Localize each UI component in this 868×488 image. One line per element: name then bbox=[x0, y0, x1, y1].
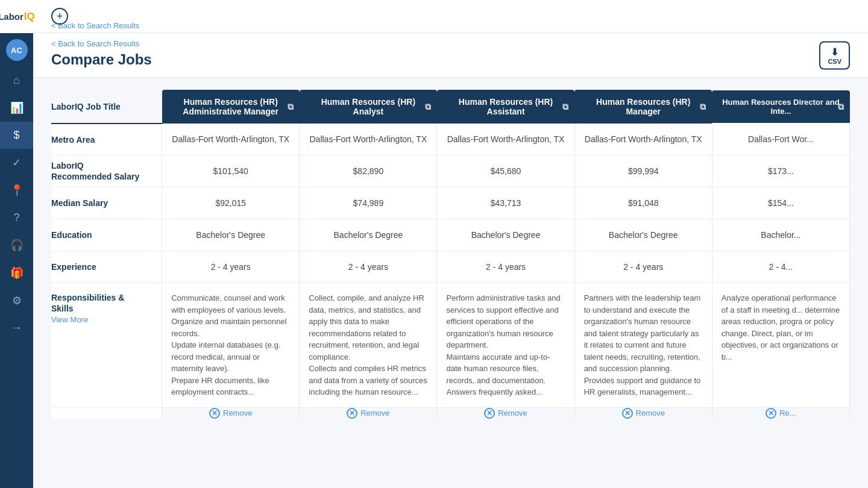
job1-remove-cell: ✕ Remove bbox=[162, 407, 300, 419]
job2-title: Human Resources (HR) Analyst bbox=[321, 97, 415, 116]
job1-header-cell: Human Resources (HR) Administrative Mana… bbox=[162, 90, 300, 124]
logout-icon[interactable]: → bbox=[0, 314, 33, 342]
job2-header: Human Resources (HR) Analyst ⧉ bbox=[300, 90, 437, 124]
job5-header-cell: Human Resources Director and Inte... ⧉ bbox=[712, 90, 849, 124]
job4-title: Human Resources (HR) Manager bbox=[596, 97, 690, 116]
job1-resp: Communicate, counsel and work with emplo… bbox=[162, 283, 300, 408]
job1-title: Human Resources (HR) Administrative Mana… bbox=[183, 97, 278, 116]
median-salary-row: Median Salary $92,015 $74,989 $43,713 $9… bbox=[51, 187, 850, 219]
csv-icon: ⬇ bbox=[831, 46, 838, 57]
job2-edu: Bachelor's Degree bbox=[300, 219, 437, 251]
job1-metro: Dallas-Fort Worth-Arlington, TX bbox=[162, 124, 300, 155]
responsibilities-row: Responsibilities & Skills View More Comm… bbox=[51, 283, 850, 408]
job2-metro: Dallas-Fort Worth-Arlington, TX bbox=[300, 124, 437, 155]
topbar: + < Back to Search Results bbox=[33, 0, 868, 33]
logo-iq: IQ bbox=[24, 11, 35, 23]
job1-exp: 2 - 4 years bbox=[162, 251, 300, 283]
job1-rec-salary: $101,540 bbox=[162, 155, 300, 187]
job4-edu: Bachelor's Degree bbox=[574, 219, 712, 251]
csv-button[interactable]: ⬇ CSV bbox=[819, 41, 850, 69]
compare-table-container: LaborIQ Job Title Human Resources (HR) A… bbox=[33, 78, 868, 488]
job5-metro: Dallas-Fort Wor... bbox=[712, 124, 849, 155]
metro-area-row: Metro Area Dallas-Fort Worth-Arlington, … bbox=[51, 124, 850, 155]
job2-resp: Collect, compile, and analyze HR data, m… bbox=[300, 283, 437, 408]
remove-circle-icon: ✕ bbox=[622, 408, 633, 419]
job2-header-cell: Human Resources (HR) Analyst ⧉ bbox=[300, 90, 437, 124]
job4-metro: Dallas-Fort Worth-Arlington, TX bbox=[574, 124, 712, 155]
job1-median: $92,015 bbox=[162, 187, 300, 219]
job4-header-cell: Human Resources (HR) Manager ⧉ bbox=[574, 90, 712, 124]
job4-resp: Partners with the leadership team to und… bbox=[574, 283, 712, 408]
external-link-icon[interactable]: ⧉ bbox=[838, 102, 844, 112]
laboriq-job-title-label: LaborIQ Job Title bbox=[51, 102, 121, 111]
job3-remove-label: Remove bbox=[498, 408, 527, 418]
external-link-icon[interactable]: ⧉ bbox=[425, 102, 431, 112]
experience-label: Experience bbox=[51, 262, 96, 272]
job2-remove-cell: ✕ Remove bbox=[300, 407, 437, 419]
metro-area-label: Metro Area bbox=[51, 135, 95, 145]
responsibilities-label: Responsibilities & Skills bbox=[51, 293, 124, 313]
chart-icon[interactable]: 📊 bbox=[0, 94, 33, 122]
home-icon[interactable]: ⌂ bbox=[0, 67, 33, 94]
external-link-icon[interactable]: ⧉ bbox=[700, 102, 706, 112]
external-link-icon[interactable]: ⧉ bbox=[562, 102, 568, 112]
job2-exp: 2 - 4 years bbox=[300, 251, 437, 283]
median-salary-label-cell: Median Salary bbox=[51, 187, 162, 219]
location-icon[interactable]: 📍 bbox=[0, 177, 33, 204]
gift-icon[interactable]: 🎁 bbox=[0, 259, 33, 287]
job4-remove-button[interactable]: ✕ Remove bbox=[575, 408, 712, 419]
remove-label-cell bbox=[51, 407, 162, 419]
job1-remove-button[interactable]: ✕ Remove bbox=[162, 408, 299, 419]
remove-circle-icon: ✕ bbox=[347, 408, 357, 419]
job5-title: Human Resources Director and Inte... bbox=[722, 98, 839, 116]
job3-remove-button[interactable]: ✕ Remove bbox=[437, 408, 574, 419]
job4-remove-label: Remove bbox=[636, 408, 665, 418]
settings-icon[interactable]: ⚙ bbox=[0, 287, 33, 314]
job3-rec-salary: $45,680 bbox=[437, 155, 574, 187]
job5-remove-label: Re... bbox=[779, 408, 796, 418]
job3-edu: Bachelor's Degree bbox=[437, 219, 574, 251]
remove-circle-icon: ✕ bbox=[209, 408, 220, 419]
job2-median: $74,989 bbox=[300, 187, 437, 219]
external-link-icon[interactable]: ⧉ bbox=[288, 102, 294, 112]
job3-remove-cell: ✕ Remove bbox=[437, 407, 574, 419]
job4-header: Human Resources (HR) Manager ⧉ bbox=[574, 90, 712, 124]
responsibilities-label-cell: Responsibilities & Skills View More bbox=[51, 283, 162, 408]
help-icon[interactable]: ? bbox=[0, 204, 33, 231]
job3-header-cell: Human Resources (HR) Assistant ⧉ bbox=[437, 90, 574, 124]
dollar-icon[interactable]: $ bbox=[0, 122, 33, 149]
remove-circle-icon: ✕ bbox=[766, 408, 776, 419]
recommended-salary-label-cell: LaborIQ Recommended Salary bbox=[51, 155, 162, 187]
job5-remove-button[interactable]: ✕ Re... bbox=[712, 408, 849, 419]
remove-circle-icon: ✕ bbox=[484, 408, 495, 419]
job5-resp: Analyze operational performance of a sta… bbox=[712, 283, 849, 408]
logo: Labor IQ bbox=[0, 0, 33, 33]
job3-resp: Perform administrative tasks and service… bbox=[437, 283, 574, 408]
compare-table: LaborIQ Job Title Human Resources (HR) A… bbox=[51, 90, 850, 419]
job5-median: $154... bbox=[712, 187, 849, 219]
experience-row: Experience 2 - 4 years 2 - 4 years 2 - 4… bbox=[51, 251, 850, 283]
column-header-label: LaborIQ Job Title bbox=[51, 90, 162, 124]
job4-remove-cell: ✕ Remove bbox=[574, 407, 712, 419]
back-link[interactable]: < Back to Search Results bbox=[51, 39, 850, 48]
main-content: + < Back to Search Results < Back to Sea… bbox=[33, 0, 868, 488]
logo-labor: Labor bbox=[0, 11, 24, 22]
job5-edu: Bachelor... bbox=[712, 219, 849, 251]
job5-exp: 2 - 4... bbox=[712, 251, 849, 283]
headset-icon[interactable]: 🎧 bbox=[0, 231, 33, 259]
education-row: Education Bachelor's Degree Bachelor's D… bbox=[51, 219, 850, 251]
view-more-link[interactable]: View More bbox=[51, 315, 88, 324]
avatar: AC bbox=[6, 39, 28, 61]
job3-title: Human Resources (HR) Assistant bbox=[459, 97, 553, 116]
job2-remove-button[interactable]: ✕ Remove bbox=[300, 408, 436, 419]
job1-header: Human Resources (HR) Administrative Mana… bbox=[162, 90, 300, 124]
back-link[interactable]: < Back to Search Results bbox=[51, 21, 139, 30]
page-header: < Back to Search Results Compare Jobs ⬇ … bbox=[33, 33, 868, 78]
job3-exp: 2 - 4 years bbox=[437, 251, 574, 283]
checklist-icon[interactable]: ✓ bbox=[0, 149, 33, 177]
job2-rec-salary: $82,890 bbox=[300, 155, 437, 187]
job3-header: Human Resources (HR) Assistant ⧉ bbox=[437, 90, 574, 124]
job4-median: $91,048 bbox=[574, 187, 712, 219]
education-label: Education bbox=[51, 230, 92, 240]
job1-remove-label: Remove bbox=[223, 408, 252, 418]
